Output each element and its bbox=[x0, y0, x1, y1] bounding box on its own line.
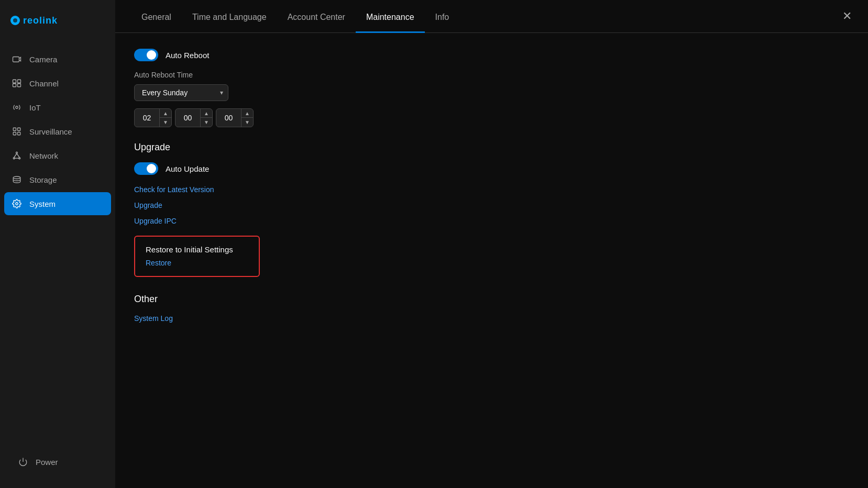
minute-up-button[interactable]: ▲ bbox=[201, 109, 212, 118]
auto-reboot-label: Auto Reboot bbox=[166, 51, 209, 60]
sidebar-item-storage[interactable]: Storage bbox=[4, 168, 111, 191]
sidebar-item-network[interactable]: Network bbox=[4, 144, 111, 167]
iot-icon bbox=[12, 102, 22, 113]
time-spinners-row: 02 ▲ ▼ 00 ▲ ▼ 00 ▲ ▼ bbox=[134, 108, 849, 127]
power-label: Power bbox=[36, 458, 58, 467]
power-icon bbox=[18, 457, 28, 467]
storage-icon bbox=[12, 174, 22, 185]
svg-point-20 bbox=[16, 203, 18, 205]
svg-rect-4 bbox=[13, 80, 16, 83]
hour-up-button[interactable]: ▲ bbox=[160, 109, 171, 118]
sidebar-item-iot[interactable]: IoT bbox=[4, 96, 111, 119]
auto-reboot-toggle[interactable] bbox=[134, 49, 158, 61]
sidebar-item-system[interactable]: System bbox=[4, 192, 111, 215]
svg-rect-6 bbox=[13, 84, 16, 87]
svg-rect-11 bbox=[13, 132, 16, 135]
sidebar-item-camera[interactable]: Camera bbox=[4, 48, 111, 71]
tab-general[interactable]: General bbox=[131, 0, 182, 33]
hour-spinner: 02 ▲ ▼ bbox=[134, 108, 172, 127]
second-up-button[interactable]: ▲ bbox=[241, 109, 253, 118]
svg-rect-5 bbox=[18, 80, 21, 83]
second-buttons: ▲ ▼ bbox=[241, 109, 253, 127]
surveillance-icon bbox=[12, 126, 22, 137]
tab-maintenance[interactable]: Maintenance bbox=[356, 0, 425, 33]
svg-rect-10 bbox=[18, 128, 20, 130]
hour-down-button[interactable]: ▼ bbox=[160, 118, 171, 127]
auto-update-label: Auto Update bbox=[166, 164, 209, 173]
sidebar-label-iot: IoT bbox=[29, 103, 41, 112]
network-icon bbox=[12, 150, 22, 161]
system-icon bbox=[12, 198, 22, 209]
svg-rect-7 bbox=[18, 84, 21, 87]
svg-rect-12 bbox=[18, 132, 20, 135]
reboot-schedule-dropdown[interactable]: Every Sunday Every Monday Every Tuesday … bbox=[134, 84, 228, 101]
sidebar-label-system: System bbox=[29, 199, 56, 208]
hour-value: 02 bbox=[135, 109, 160, 127]
svg-rect-3 bbox=[13, 57, 19, 62]
content-area: Auto Reboot Auto Reboot Time Every Sunda… bbox=[115, 33, 868, 488]
svg-point-1 bbox=[13, 18, 17, 23]
sidebar-label-storage: Storage bbox=[29, 175, 57, 184]
hour-buttons: ▲ ▼ bbox=[160, 109, 171, 127]
auto-update-row: Auto Update bbox=[134, 162, 849, 175]
power-button[interactable]: Power bbox=[10, 450, 105, 473]
system-log-link[interactable]: System Log bbox=[134, 314, 849, 323]
minute-buttons: ▲ ▼ bbox=[201, 109, 212, 127]
tab-account-center[interactable]: Account Center bbox=[277, 0, 356, 33]
reboot-schedule-row: Every Sunday Every Monday Every Tuesday … bbox=[134, 84, 849, 101]
second-down-button[interactable]: ▼ bbox=[241, 118, 253, 127]
upgrade-ipc-link[interactable]: Upgrade IPC bbox=[134, 217, 849, 225]
sidebar: reolink Camera Channel bbox=[0, 0, 115, 488]
auto-reboot-row: Auto Reboot bbox=[134, 49, 849, 61]
svg-point-19 bbox=[13, 176, 20, 179]
camera-icon bbox=[12, 54, 22, 64]
channel-icon bbox=[12, 78, 22, 88]
minute-value: 00 bbox=[175, 109, 201, 127]
tabs-bar: General Time and Language Account Center… bbox=[115, 0, 868, 33]
restore-link[interactable]: Restore bbox=[146, 259, 171, 267]
minute-spinner: 00 ▲ ▼ bbox=[175, 108, 213, 127]
sidebar-label-network: Network bbox=[29, 151, 58, 160]
sidebar-label-surveillance: Surveillance bbox=[29, 127, 72, 136]
sidebar-footer: Power bbox=[0, 440, 115, 488]
second-value: 00 bbox=[216, 109, 241, 127]
sidebar-item-surveillance[interactable]: Surveillance bbox=[4, 120, 111, 143]
upgrade-link[interactable]: Upgrade bbox=[134, 201, 849, 209]
minute-down-button[interactable]: ▼ bbox=[201, 118, 212, 127]
logo: reolink bbox=[0, 0, 115, 48]
restore-box: Restore to Initial Settings Restore bbox=[134, 236, 260, 277]
logo-text: reolink bbox=[10, 12, 73, 33]
sidebar-label-camera: Camera bbox=[29, 55, 57, 64]
svg-rect-9 bbox=[13, 128, 16, 130]
reboot-schedule-dropdown-wrap: Every Sunday Every Monday Every Tuesday … bbox=[134, 84, 228, 101]
restore-title: Restore to Initial Settings bbox=[146, 245, 248, 254]
svg-text:reolink: reolink bbox=[23, 15, 58, 26]
svg-point-13 bbox=[16, 152, 18, 153]
sidebar-item-channel[interactable]: Channel bbox=[4, 72, 111, 95]
svg-line-16 bbox=[14, 153, 17, 158]
close-button[interactable]: ✕ bbox=[839, 8, 855, 25]
svg-point-8 bbox=[16, 106, 18, 109]
auto-update-toggle[interactable] bbox=[134, 162, 158, 175]
check-latest-link[interactable]: Check for Latest Version bbox=[134, 185, 849, 194]
main-area: General Time and Language Account Center… bbox=[115, 0, 868, 488]
svg-line-17 bbox=[17, 153, 19, 158]
sidebar-label-channel: Channel bbox=[29, 79, 59, 88]
tab-info[interactable]: Info bbox=[425, 0, 460, 33]
sidebar-nav: Camera Channel IoT bbox=[0, 48, 115, 440]
auto-reboot-time-label: Auto Reboot Time bbox=[134, 71, 849, 79]
tab-time-language[interactable]: Time and Language bbox=[182, 0, 277, 33]
other-heading: Other bbox=[134, 294, 849, 305]
second-spinner: 00 ▲ ▼ bbox=[216, 108, 254, 127]
upgrade-heading: Upgrade bbox=[134, 142, 849, 153]
